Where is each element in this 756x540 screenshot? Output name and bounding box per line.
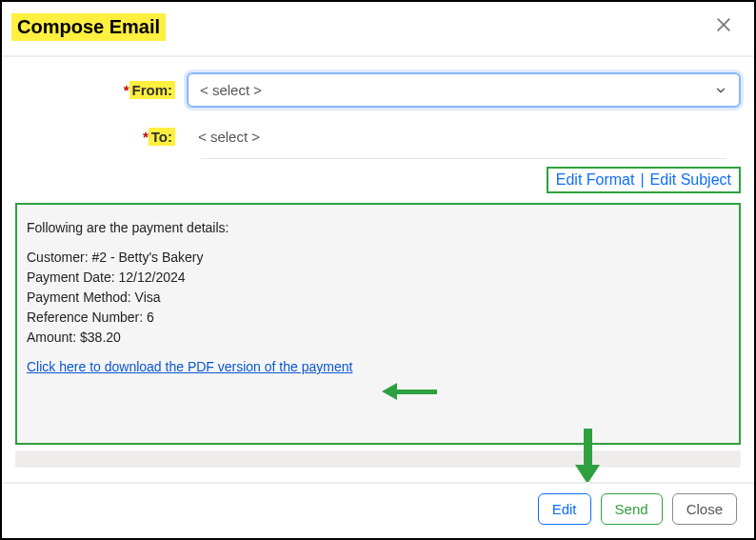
- body-ref: Reference Number: 6: [27, 310, 729, 325]
- to-select-value: < select >: [198, 129, 260, 145]
- close-button[interactable]: Close: [672, 493, 737, 525]
- body-footer-strip: [15, 450, 741, 468]
- edit-subject-link[interactable]: Edit Subject: [650, 171, 731, 189]
- email-body-preview: Following are the payment details: Custo…: [15, 203, 741, 445]
- dialog-title: Compose Email: [11, 13, 166, 41]
- form-area: *From: < select > *To: < select >: [2, 57, 754, 159]
- format-link-box: Edit Format | Edit Subject: [547, 167, 741, 193]
- dialog-header: Compose Email: [2, 2, 754, 57]
- from-label: From:: [129, 81, 176, 99]
- required-star: *: [143, 129, 149, 145]
- pdf-download-link[interactable]: Click here to download the PDF version o…: [27, 359, 352, 374]
- from-row: *From: < select >: [15, 72, 741, 108]
- send-button[interactable]: Send: [601, 493, 663, 525]
- body-amount: Amount: $38.20: [27, 330, 729, 345]
- dialog-footer: Edit Send Close: [2, 482, 754, 538]
- to-label: To:: [149, 128, 175, 146]
- from-select[interactable]: < select >: [187, 72, 741, 108]
- edit-format-link[interactable]: Edit Format: [556, 171, 635, 189]
- compose-email-dialog: Compose Email *From: < select >: [0, 0, 756, 540]
- close-icon[interactable]: [710, 11, 737, 42]
- annotation-arrow-right-icon: [382, 383, 437, 400]
- chevron-down-icon: [714, 84, 727, 97]
- format-link-row: Edit Format | Edit Subject: [2, 159, 754, 197]
- to-select[interactable]: < select >: [187, 121, 741, 152]
- annotation-arrow-down-icon: [575, 429, 600, 484]
- required-star: *: [124, 82, 129, 98]
- from-select-value: < select >: [200, 82, 262, 98]
- body-intro: Following are the payment details:: [27, 220, 729, 235]
- edit-button[interactable]: Edit: [538, 493, 591, 525]
- body-date: Payment Date: 12/12/2024: [27, 270, 729, 285]
- to-row: *To: < select >: [15, 121, 741, 152]
- body-method: Payment Method: Visa: [27, 290, 729, 305]
- link-separator: |: [640, 171, 644, 189]
- body-customer: Customer: #2 - Betty's Bakery: [27, 250, 729, 265]
